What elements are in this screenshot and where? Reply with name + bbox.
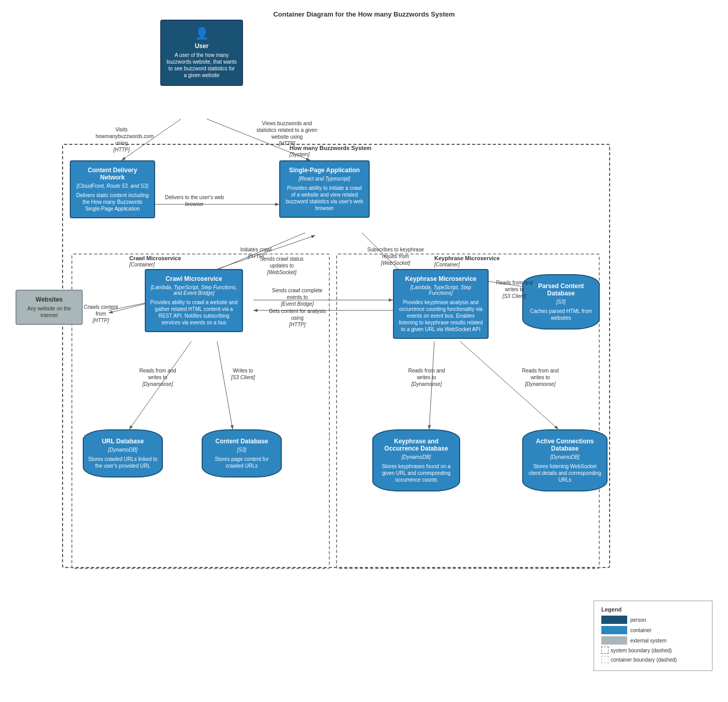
content-db-node: Content Database [S3] Stores page conten… bbox=[202, 429, 282, 477]
legend-title: Legend bbox=[601, 606, 705, 613]
user-title: User bbox=[166, 42, 237, 50]
legend-container-boundary-label: container boundary (dashed) bbox=[611, 657, 677, 663]
legend-external-label: external system bbox=[630, 638, 666, 644]
url-db-subtitle: [DynamoDB] bbox=[88, 447, 158, 453]
arrow-label-writes-content: Writes to[S3 Client] bbox=[222, 367, 264, 381]
legend-container-boundary-icon bbox=[601, 656, 609, 663]
legend-container-box bbox=[601, 626, 627, 634]
active-connections-db-desc: Stores listening WebSocket client detail… bbox=[527, 463, 602, 483]
arrow-label-views: Views buzzwords and statistics related t… bbox=[253, 120, 321, 147]
crawl-ms-subtitle: [Lambda, TypeScript, Step Functions, and… bbox=[150, 285, 238, 296]
keyphrase-ms-node: Keyphrase Microservice [Lambda, TypeScri… bbox=[393, 269, 489, 339]
arrow-label-crawls: Crawls content from[HTTP] bbox=[80, 304, 122, 324]
legend-container-boundary: container boundary (dashed) bbox=[601, 656, 705, 663]
legend-system-boundary: system boundary (dashed) bbox=[601, 647, 705, 654]
active-connections-db-node: Active Connections Database [DynamoDB] S… bbox=[522, 429, 608, 491]
cdn-node: Content Delivery Network [CloudFront, Ro… bbox=[70, 160, 155, 218]
crawl-ms-title: Crawl Microservice bbox=[150, 275, 238, 282]
cdn-title: Content Delivery Network bbox=[75, 167, 150, 181]
system-boundary-label: How many Buzzwords System [System] bbox=[290, 145, 371, 157]
parsed-db-desc: Caches parsed HTML from websites bbox=[527, 308, 595, 321]
legend-person: person bbox=[601, 616, 705, 624]
crawl-ms-node: Crawl Microservice [Lambda, TypeScript, … bbox=[145, 269, 243, 332]
crawl-ms-desc: Provides ability to crawl a website and … bbox=[150, 299, 238, 326]
person-icon: 👤 bbox=[166, 27, 237, 40]
legend-external-box bbox=[601, 636, 627, 645]
keyphrase-db-title: Keyphrase and Occurrence Database bbox=[377, 438, 455, 452]
arrow-label-reads-url: Reads from and writes to[Dynamoose] bbox=[134, 367, 181, 387]
websites-node: Websites Any website on the internet bbox=[16, 290, 83, 325]
websites-desc: Any website on the internet bbox=[21, 305, 78, 319]
arrow-label-crawl-complete: Sends crawl complete events to[Event Bri… bbox=[264, 287, 331, 307]
legend-person-box bbox=[601, 616, 627, 624]
keyphrase-db-desc: Stores keyphrases found on a given URL a… bbox=[377, 463, 455, 483]
spa-node: Single-Page Application [React and Types… bbox=[279, 160, 370, 218]
keyphrase-ms-subtitle: [Lambda, TypeScript, Step Functions] bbox=[398, 285, 483, 296]
url-db-node: URL Database [DynamoDB] Stores crawled U… bbox=[83, 429, 163, 477]
keyphrase-ms-title: Keyphrase Microservice bbox=[398, 275, 483, 282]
content-db-subtitle: [S3] bbox=[207, 447, 277, 453]
cdn-desc: Delivers static content including the Ho… bbox=[75, 192, 150, 212]
legend-external: external system bbox=[601, 636, 705, 645]
legend-person-label: person bbox=[630, 617, 646, 623]
arrow-label-reads-active: Reads from and writes to[Dynamoose] bbox=[517, 367, 564, 387]
active-connections-db-subtitle: [DynamoDB] bbox=[527, 454, 602, 460]
diagram-container: Container Diagram for the How many Buzzw… bbox=[0, 0, 728, 702]
diagram-title: Container Diagram for the How many Buzzw… bbox=[10, 10, 718, 18]
cdn-subtitle: [CloudFront, Route 53, and S3] bbox=[75, 183, 150, 189]
legend-system-boundary-icon bbox=[601, 647, 609, 654]
legend-container: container bbox=[601, 626, 705, 634]
parsed-db-subtitle: [S3] bbox=[527, 299, 595, 305]
spa-subtitle: [React and Typescript] bbox=[284, 176, 365, 182]
content-db-title: Content Database bbox=[207, 438, 277, 445]
arrow-label-reads-parsed: Reads from and writes to[S3 Client] bbox=[491, 279, 538, 300]
user-node: 👤 User A user of the how many buzzwords … bbox=[160, 20, 243, 86]
keyphrase-db-subtitle: [DynamoDB] bbox=[377, 454, 455, 460]
content-db-desc: Stores page content for crawled URLs bbox=[207, 456, 277, 469]
url-db-title: URL Database bbox=[88, 438, 158, 445]
keyphrase-ms-desc: Provides keyphrase analysis and occurren… bbox=[398, 299, 483, 333]
websites-title: Websites bbox=[21, 296, 78, 303]
arrow-label-reads-keyphrase: Reads from and writes to[Dynamoose] bbox=[403, 367, 450, 387]
keyphrase-ms-boundary-label: Keyphrase Microservice [Container] bbox=[434, 255, 500, 267]
arrow-label-gets-content: Gets content for analysis using[HTTP] bbox=[264, 308, 331, 328]
url-db-desc: Stores crawled URLs linked to the user's… bbox=[88, 456, 158, 469]
active-connections-db-title: Active Connections Database bbox=[527, 438, 602, 452]
crawl-ms-boundary-label: Crawl Microservice [Container] bbox=[129, 255, 181, 267]
legend: Legend person container external system … bbox=[594, 601, 712, 671]
legend-system-boundary-label: system boundary (dashed) bbox=[611, 648, 672, 653]
keyphrase-db-node: Keyphrase and Occurrence Database [Dynam… bbox=[372, 429, 460, 491]
spa-desc: Provides ability to initiate a crawl of … bbox=[284, 185, 365, 212]
legend-container-label: container bbox=[630, 628, 651, 633]
user-desc: A user of the how many buzzwords website… bbox=[166, 52, 237, 79]
spa-title: Single-Page Application bbox=[284, 167, 365, 174]
